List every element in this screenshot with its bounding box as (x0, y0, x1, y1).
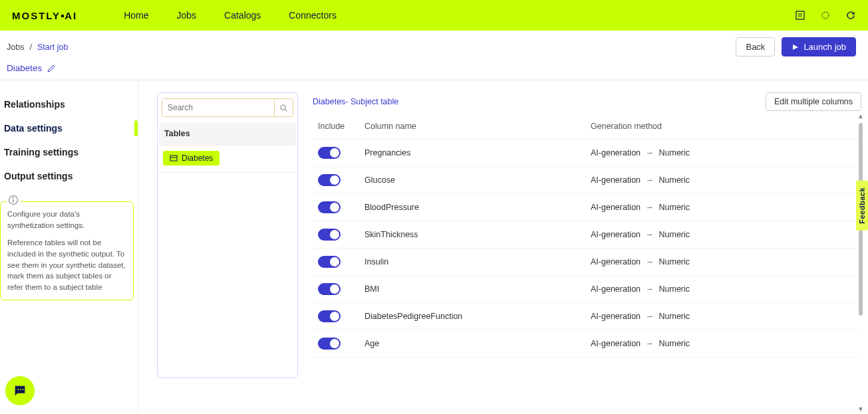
scroll-down-icon[interactable]: ▼ (857, 405, 864, 412)
refresh-icon[interactable] (845, 10, 856, 21)
include-toggle[interactable] (318, 256, 341, 268)
back-button[interactable]: Back (736, 37, 775, 56)
subject-table-icon (170, 154, 178, 162)
column-name-cell: BloodPressure (359, 194, 585, 221)
generation-method-cell: AI-generation → Numeric (585, 276, 861, 303)
svg-point-8 (20, 389, 21, 390)
column-name-cell: Insulin (359, 249, 585, 276)
svg-point-3 (822, 12, 829, 19)
svg-point-7 (17, 389, 19, 390)
table-chip-label: Diabetes (182, 154, 213, 163)
svg-point-6 (13, 197, 14, 199)
table-row[interactable]: BMIAI-generation → Numeric (313, 276, 861, 303)
include-toggle[interactable] (318, 338, 341, 350)
table-chip-diabetes[interactable]: Diabetes (163, 151, 219, 165)
search-button[interactable] (274, 99, 293, 116)
info-text-2: Reference tables will not be included in… (7, 237, 126, 292)
nav-home[interactable]: Home (124, 10, 148, 21)
sidebar-item-output-settings[interactable]: Output settings (0, 164, 138, 188)
include-toggle[interactable] (318, 201, 341, 213)
breadcrumb-root[interactable]: Jobs (7, 43, 24, 52)
job-name: Diabetes (7, 63, 42, 73)
svg-line-11 (285, 109, 287, 110)
nav-jobs[interactable]: Jobs (176, 10, 196, 21)
generation-method-cell: AI-generation → Numeric (585, 221, 861, 249)
brand-logo: MOSTLYAI (12, 10, 77, 21)
tables-panel: Tables Diabetes (157, 92, 298, 378)
table-row[interactable]: SkinThicknessAI-generation → Numeric (313, 221, 861, 249)
info-text-1: Configure your data's synthetization set… (7, 209, 126, 231)
sidebar-item-data-settings[interactable]: Data settings (0, 116, 138, 140)
svg-point-9 (23, 389, 24, 390)
include-toggle[interactable] (318, 283, 341, 295)
include-toggle[interactable] (318, 229, 341, 241)
column-name-cell: Age (359, 330, 585, 358)
columns-title: Diabetes- Subject table (313, 97, 398, 106)
col-header-name: Column name (359, 115, 585, 140)
columns-table: Include Column name Generation method Pr… (313, 115, 861, 358)
edit-icon[interactable] (47, 64, 55, 72)
generation-method-cell: AI-generation → Numeric (585, 330, 861, 358)
nav-connectors[interactable]: Connectors (289, 10, 337, 21)
subheader: Jobs / Start job Back Launch job (0, 31, 868, 59)
tables-heading: Tables (159, 122, 296, 146)
breadcrumb-current: Start job (37, 43, 69, 52)
svg-rect-12 (170, 155, 177, 161)
info-box: Configure your data's synthetization set… (0, 201, 134, 300)
col-header-include: Include (313, 115, 359, 140)
scroll-up-icon[interactable]: ▲ (857, 112, 864, 119)
col-header-method: Generation method (585, 115, 861, 140)
settings-sidebar: Relationships Data settings Training set… (0, 80, 138, 414)
breadcrumb: Jobs / Start job (7, 43, 68, 52)
sidebar-item-relationships[interactable]: Relationships (0, 92, 138, 116)
column-name-cell: Pregnancies (359, 140, 585, 167)
sidebar-item-training-settings[interactable]: Training settings (0, 140, 138, 164)
table-row[interactable]: BloodPressureAI-generation → Numeric (313, 194, 861, 221)
list-icon[interactable] (795, 10, 805, 21)
launch-job-label: Launch job (803, 42, 846, 52)
edit-multiple-columns-button[interactable]: Edit multiple columns (766, 92, 861, 111)
info-icon (6, 193, 21, 207)
generation-method-cell: AI-generation → Numeric (585, 303, 861, 330)
nav-catalogs[interactable]: Catalogs (224, 10, 261, 21)
table-row[interactable]: PregnanciesAI-generation → Numeric (313, 140, 861, 167)
breadcrumb-separator: / (29, 43, 31, 52)
table-row[interactable]: DiabetesPedigreeFunctionAI-generation → … (313, 303, 861, 330)
table-row[interactable]: InsulinAI-generation → Numeric (313, 249, 861, 276)
svg-rect-0 (796, 11, 804, 19)
column-name-cell: SkinThickness (359, 221, 585, 249)
generation-method-cell: AI-generation → Numeric (585, 140, 861, 167)
include-toggle[interactable] (318, 147, 341, 159)
chat-button[interactable] (5, 376, 35, 405)
feedback-tab[interactable]: Feedback (856, 181, 868, 231)
include-toggle[interactable] (318, 310, 341, 322)
svg-point-10 (281, 105, 285, 110)
column-name-cell: Glucose (359, 167, 585, 194)
generation-method-cell: AI-generation → Numeric (585, 194, 861, 221)
generation-method-cell: AI-generation → Numeric (585, 249, 861, 276)
column-name-cell: DiabetesPedigreeFunction (359, 303, 585, 330)
columns-area: Diabetes- Subject table Edit multiple co… (313, 92, 861, 408)
tables-divider (159, 172, 296, 173)
generation-method-cell: AI-generation → Numeric (585, 167, 861, 194)
top-nav-bar: MOSTLYAI Home Jobs Catalogs Connectors (0, 0, 868, 31)
settings-icon[interactable] (820, 10, 831, 21)
launch-job-button[interactable]: Launch job (782, 37, 856, 56)
table-search-input[interactable] (162, 99, 274, 116)
include-toggle[interactable] (318, 174, 341, 186)
column-name-cell: BMI (359, 276, 585, 303)
table-row[interactable]: GlucoseAI-generation → Numeric (313, 167, 861, 194)
table-row[interactable]: AgeAI-generation → Numeric (313, 330, 861, 358)
